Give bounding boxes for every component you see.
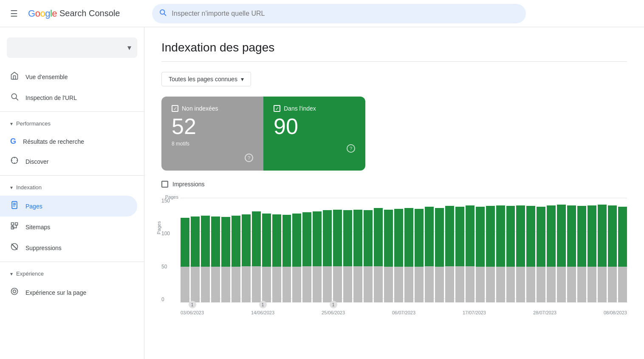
bar-wrapper bbox=[547, 196, 556, 302]
sidebar-item-experience-page[interactable]: Expérience sur la page bbox=[0, 282, 137, 303]
logo-letter-o2: o bbox=[40, 8, 45, 19]
bar-wrapper bbox=[232, 196, 240, 302]
bar-not-indexed bbox=[221, 267, 230, 302]
search-bar[interactable] bbox=[152, 4, 526, 23]
impressions-label: Impressions bbox=[172, 181, 204, 188]
sidebar-item-suppressions[interactable]: Suppressions bbox=[0, 237, 137, 258]
bar-group bbox=[292, 196, 301, 302]
filter-label: Toutes les pages connues bbox=[169, 76, 237, 83]
indexed-value: 90 bbox=[274, 115, 355, 137]
main-layout: ▾ Vue d'ensemble Inspection de l'URL ▾ P… bbox=[0, 27, 644, 359]
bar-group bbox=[455, 196, 464, 302]
stat-indexed[interactable]: ✓ Dans l'index 90 ? bbox=[263, 97, 365, 171]
stat-not-indexed-header: ✓ Non indexées bbox=[172, 105, 253, 112]
y-label-0: 0 bbox=[161, 296, 178, 302]
sidebar: ▾ Vue d'ensemble Inspection de l'URL ▾ P… bbox=[0, 27, 144, 359]
divider-2 bbox=[0, 175, 144, 176]
sidebar-item-pages[interactable]: Pages bbox=[0, 196, 137, 217]
impressions-checkbox[interactable] bbox=[161, 181, 168, 188]
hamburger-menu[interactable]: ☰ bbox=[7, 5, 21, 22]
bar-group bbox=[618, 196, 627, 302]
sidebar-item-inspection-url[interactable]: Inspection de l'URL bbox=[0, 87, 137, 108]
bar-group bbox=[415, 196, 424, 302]
bar-indexed bbox=[486, 206, 495, 267]
y-label-50: 50 bbox=[161, 264, 178, 270]
bar-group bbox=[313, 196, 322, 302]
indexed-help-icon[interactable]: ? bbox=[347, 144, 355, 153]
section-indexation[interactable]: ▾ Indexation bbox=[0, 179, 144, 196]
bar-indexed bbox=[445, 206, 454, 266]
property-selector[interactable]: ▾ bbox=[7, 37, 137, 58]
bar-indexed bbox=[211, 217, 220, 267]
y-label-100: 100 bbox=[161, 231, 178, 236]
bar-wrapper bbox=[476, 196, 485, 302]
bar-indexed bbox=[557, 205, 566, 267]
bar-indexed bbox=[374, 208, 383, 266]
x-label-4: 17/07/2023 bbox=[463, 301, 486, 315]
bar-group bbox=[384, 196, 393, 302]
bar-wrapper bbox=[323, 196, 332, 302]
bar-group bbox=[364, 196, 373, 302]
bar-indexed bbox=[191, 217, 200, 267]
sidebar-item-resultats-recherche[interactable]: G Résultats de recherche bbox=[0, 132, 137, 151]
bar-not-indexed bbox=[313, 266, 322, 302]
bar-not-indexed bbox=[537, 267, 545, 302]
bar-indexed bbox=[384, 210, 393, 267]
bar-group bbox=[577, 196, 586, 302]
bar-not-indexed bbox=[262, 267, 271, 302]
impressions-row: Impressions bbox=[161, 181, 627, 188]
chart-y-labels: 150 100 50 0 bbox=[161, 196, 178, 315]
section-performances[interactable]: ▾ Performances bbox=[0, 115, 144, 132]
url-inspect-input[interactable] bbox=[172, 10, 519, 17]
svg-line-20 bbox=[12, 244, 17, 250]
sidebar-label-suppressions: Suppressions bbox=[25, 245, 62, 251]
bar-group bbox=[608, 196, 617, 302]
bar-not-indexed bbox=[476, 267, 485, 302]
sidebar-item-sitemaps[interactable]: Sitemaps bbox=[0, 217, 137, 237]
section-performances-label: Performances bbox=[16, 120, 51, 127]
svg-point-22 bbox=[13, 290, 16, 293]
x-label-2: 1 25/06/2023 bbox=[322, 301, 345, 315]
suppressions-icon bbox=[10, 242, 19, 253]
svg-point-21 bbox=[11, 288, 18, 295]
bar-indexed bbox=[343, 210, 352, 266]
bar-not-indexed bbox=[588, 267, 596, 302]
bar-not-indexed bbox=[364, 266, 373, 302]
bar-not-indexed bbox=[486, 267, 495, 302]
bar-not-indexed bbox=[608, 267, 617, 302]
bar-group bbox=[466, 196, 475, 302]
svg-line-3 bbox=[16, 98, 18, 100]
google-g-icon: G bbox=[10, 137, 16, 146]
x-label-3: 06/07/2023 bbox=[392, 301, 415, 315]
filter-dropdown[interactable]: Toutes les pages connues ▾ bbox=[161, 72, 251, 86]
bar-wrapper bbox=[588, 196, 596, 302]
bar-indexed bbox=[282, 215, 291, 267]
stat-not-indexed[interactable]: ✓ Non indexées 52 8 motifs ? bbox=[161, 97, 263, 171]
bar-not-indexed bbox=[577, 267, 586, 302]
google-logo: Google bbox=[28, 8, 57, 19]
bar-indexed bbox=[181, 218, 189, 267]
sidebar-label-resultats-recherche: Résultats de recherche bbox=[23, 138, 84, 145]
bar-wrapper bbox=[242, 196, 251, 302]
svg-rect-13 bbox=[11, 223, 14, 225]
not-indexed-help-icon[interactable]: ? bbox=[245, 154, 253, 162]
sidebar-item-discover[interactable]: Discover bbox=[0, 151, 137, 172]
bar-group bbox=[353, 196, 362, 302]
sidebar-item-vue-ensemble[interactable]: Vue d'ensemble bbox=[0, 66, 137, 87]
bar-wrapper bbox=[364, 196, 373, 302]
section-experience[interactable]: ▾ Expérience bbox=[0, 265, 144, 282]
bar-not-indexed bbox=[618, 267, 627, 302]
bar-indexed bbox=[466, 205, 475, 266]
bar-not-indexed bbox=[272, 267, 281, 302]
bar-group bbox=[516, 196, 525, 302]
bar-group bbox=[476, 196, 485, 302]
bar-indexed bbox=[567, 205, 576, 267]
svg-line-1 bbox=[164, 14, 166, 15]
bar-wrapper bbox=[201, 196, 210, 302]
sitemaps-icon bbox=[10, 222, 19, 232]
bar-group bbox=[262, 196, 271, 302]
bar-wrapper bbox=[435, 196, 444, 302]
bar-group bbox=[425, 196, 434, 302]
dot-4 bbox=[470, 301, 478, 308]
y-axis-label: Pages bbox=[156, 221, 161, 234]
